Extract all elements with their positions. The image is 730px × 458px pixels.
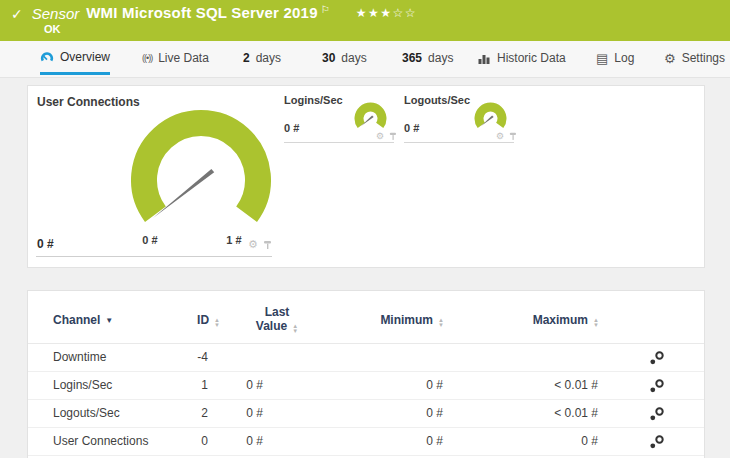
tab-label: Log	[614, 51, 634, 65]
tab-strip: Overview ((•)) Live Data 2 days 30 days …	[0, 41, 730, 78]
gauge-needle	[153, 169, 214, 218]
gauge-scale-min: 0 #	[133, 234, 167, 246]
tab-30-days[interactable]: 30 days	[322, 41, 367, 75]
tab-number: 365	[402, 51, 422, 65]
pin-icon[interactable]	[509, 132, 517, 141]
flag-icon: ⚐	[321, 4, 330, 15]
broadcast-icon: ((•))	[142, 53, 152, 63]
logouts-gauge-title: Logouts/Sec	[404, 94, 470, 106]
table-row[interactable]: Downtime -4	[28, 344, 704, 372]
minimum-value: 0 #	[343, 372, 443, 399]
maximum-value: < 0.01 #	[498, 372, 598, 399]
tab-log[interactable]: ▤ Log	[596, 41, 634, 75]
sort-caret-icon: ▼	[105, 316, 113, 325]
channel-settings-button[interactable]	[649, 406, 673, 425]
log-icon: ▤	[596, 51, 608, 66]
user-connections-gauge	[121, 98, 281, 248]
minimum-value: 0 #	[343, 400, 443, 427]
channel-name: Downtime	[53, 344, 106, 371]
tab-settings[interactable]: ⚙ Settings	[664, 41, 725, 75]
tab-2-days[interactable]: 2 days	[243, 41, 281, 75]
sensor-header-bar: ✓ Sensor WMI Microsoft SQL Server 2019 ⚐…	[0, 0, 730, 41]
maximum-value: < 0.01 #	[498, 400, 598, 427]
pin-icon[interactable]	[263, 240, 272, 250]
channel-settings-button[interactable]	[649, 378, 673, 397]
table-row[interactable]: Logouts/Sec 2 0 # 0 # < 0.01 #	[28, 400, 704, 428]
gauge-icon	[40, 51, 54, 63]
channel-settings-button[interactable]	[649, 350, 673, 369]
column-header-minimum[interactable]: Minimum▲▼	[338, 313, 444, 328]
gear-icon[interactable]: ⚙	[496, 131, 504, 141]
tab-number: 2	[243, 51, 250, 65]
maximum-value: 0 #	[498, 428, 598, 455]
table-row[interactable]: Logins/Sec 1 0 # 0 # < 0.01 #	[28, 372, 704, 400]
last-value: 0 #	[193, 428, 263, 455]
table-row[interactable]: User Connections 0 0 # 0 # 0 #	[28, 428, 704, 456]
logins-gauge-title: Logins/Sec	[284, 94, 343, 106]
gears-icon	[649, 406, 665, 422]
bar-chart-icon	[478, 53, 491, 64]
sort-arrows-icon: ▲▼	[292, 324, 298, 334]
gauge-scale-max: 1 #	[217, 234, 251, 246]
minimum-value: 0 #	[343, 428, 443, 455]
channel-id: -4	[158, 344, 208, 371]
tab-number: 30	[322, 51, 335, 65]
tab-label: Historic Data	[497, 51, 566, 65]
channel-name: Logouts/Sec	[53, 400, 120, 427]
column-header-channel[interactable]: Channel▼	[53, 313, 113, 327]
status-check-icon: ✓	[11, 6, 23, 22]
logins-gauge-value: 0 #	[284, 122, 299, 134]
gear-icon: ⚙	[664, 51, 676, 66]
table-header-row: Channel▼ ID▲▼ Last Value▲▼ Minimum▲▼ Max…	[28, 291, 704, 344]
last-value: 0 #	[193, 372, 263, 399]
sort-arrows-icon: ▲▼	[593, 318, 599, 328]
tab-label: days	[341, 51, 366, 65]
tab-live-data[interactable]: ((•)) Live Data	[142, 41, 209, 75]
gear-icon[interactable]: ⚙	[376, 131, 384, 141]
column-header-id[interactable]: ID▲▼	[148, 313, 220, 328]
sensor-kind-label: Sensor	[32, 5, 80, 22]
logouts-gauge	[474, 101, 507, 134]
channel-settings-button[interactable]	[649, 434, 673, 453]
tab-label: days	[256, 51, 281, 65]
tab-365-days[interactable]: 365 days	[402, 41, 453, 75]
sort-arrows-icon: ▲▼	[214, 318, 220, 328]
channel-name: Logins/Sec	[53, 372, 112, 399]
divider	[36, 256, 272, 257]
divider	[284, 142, 394, 143]
logins-gauge	[354, 101, 387, 134]
gears-icon	[649, 378, 665, 394]
gear-icon[interactable]: ⚙	[248, 238, 258, 251]
main-gauge-value: 0 #	[37, 237, 54, 251]
tab-label: Settings	[682, 51, 725, 65]
gauges-panel: User Connections 0 # 1 # 0 # ⚙ Logins/Se…	[27, 85, 705, 268]
gears-icon	[649, 434, 665, 450]
column-header-maximum[interactable]: Maximum▲▼	[493, 313, 599, 328]
tab-historic-data[interactable]: Historic Data	[478, 41, 566, 75]
divider	[404, 142, 514, 143]
gears-icon	[649, 350, 665, 366]
tab-label: days	[428, 51, 453, 65]
sensor-status-text: OK	[44, 23, 61, 35]
last-value: 0 #	[193, 400, 263, 427]
tab-label: Overview	[60, 50, 110, 64]
pin-icon[interactable]	[389, 132, 397, 141]
channel-name: User Connections	[53, 428, 148, 455]
tab-label: Live Data	[158, 51, 209, 65]
tab-overview[interactable]: Overview	[40, 41, 110, 75]
sensor-title: WMI Microsoft SQL Server 2019	[86, 4, 317, 21]
channels-table-panel: Channel▼ ID▲▼ Last Value▲▼ Minimum▲▼ Max…	[27, 290, 705, 458]
priority-stars[interactable]: ★★★☆☆	[356, 6, 417, 20]
sort-arrows-icon: ▲▼	[438, 318, 444, 328]
column-header-last-value[interactable]: Last Value▲▼	[246, 305, 308, 334]
logouts-gauge-value: 0 #	[404, 122, 419, 134]
